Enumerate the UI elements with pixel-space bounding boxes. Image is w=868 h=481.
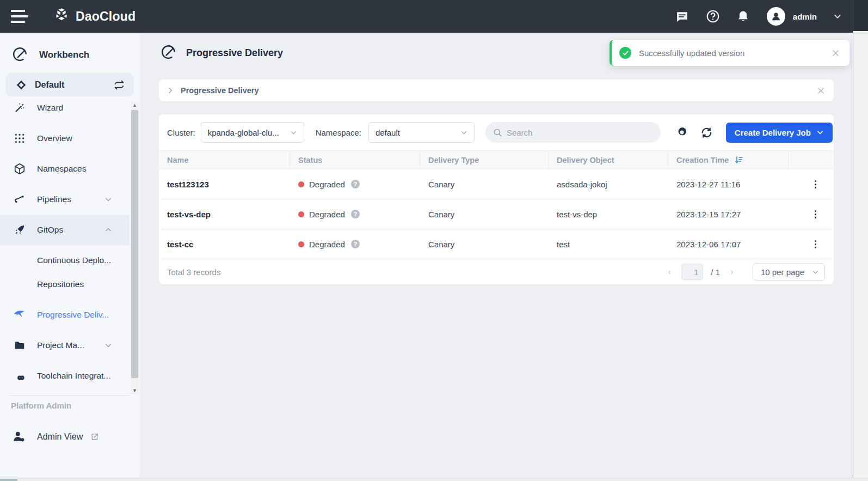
col-actions [789, 151, 834, 169]
pipelines-icon [13, 193, 26, 206]
sidebar: Workbench Default Wizard Overview [0, 33, 140, 478]
help-icon[interactable] [706, 9, 720, 23]
workspace-icon [15, 79, 27, 91]
horizontal-scrollbar-thumb[interactable] [0, 479, 17, 481]
top-navbar: DaoCloud admin [0, 0, 868, 33]
sidebar-item-continuous-deployment[interactable]: Continuous Deplo... [0, 248, 130, 272]
cube-icon [13, 162, 26, 175]
create-delivery-job-button[interactable]: Create Delivery Job [726, 123, 833, 143]
platform-admin-section-label: Platform Admin [11, 401, 71, 410]
toast-notification: Successfully updated version [610, 40, 849, 66]
row-actions-kebab-icon[interactable] [815, 180, 816, 188]
sidebar-item-progressive-delivery[interactable]: Progressive Deliv... [0, 300, 130, 330]
chevron-down-icon [290, 129, 297, 136]
app-window: DaoCloud admin Workb [0, 0, 868, 481]
status-cell: Degraded ? [290, 240, 420, 249]
table-row[interactable]: test-cc Degraded ? Canary test 2023-12-0… [159, 229, 834, 259]
scrollbar-thumb[interactable] [131, 110, 138, 378]
user-avatar[interactable] [767, 7, 785, 26]
messages-icon[interactable] [675, 9, 690, 23]
sidebar-item-project-management[interactable]: Project Ma... [0, 330, 130, 361]
switch-workspace-icon[interactable] [113, 79, 125, 91]
cluster-label: Cluster: [167, 128, 195, 137]
sort-descending-icon[interactable] [734, 155, 743, 165]
row-actions-kebab-icon[interactable] [815, 210, 816, 218]
infinity-icon [13, 369, 26, 382]
window-edge-strip [853, 0, 868, 481]
external-link-icon [90, 433, 99, 441]
refresh-icon[interactable] [700, 126, 712, 138]
chevron-down-icon [460, 129, 467, 136]
wand-icon [13, 101, 26, 114]
settings-gear-icon[interactable] [676, 126, 688, 138]
col-name: Name [159, 151, 290, 169]
chevron-up-icon [104, 226, 112, 234]
sidebar-item-admin-view[interactable]: Admin View [0, 422, 130, 452]
sidebar-item-toolchain-integration[interactable]: Toolchain Integrat... [0, 361, 130, 391]
progressive-delivery-icon [161, 45, 177, 61]
sidebar-item-overview[interactable]: Overview [0, 123, 130, 154]
status-dot-degraded [298, 211, 304, 217]
success-check-icon [619, 47, 631, 59]
sidebar-divider [10, 395, 130, 396]
grid-dots-icon [13, 132, 26, 145]
sidebar-item-gitops[interactable]: GitOps [0, 215, 130, 245]
sidebar-item-wizard[interactable]: Wizard [0, 93, 130, 123]
status-cell: Degraded ? [290, 210, 420, 219]
sidebar-item-namespaces[interactable]: Namespaces [0, 154, 130, 184]
scroll-down-icon[interactable]: ▼ [131, 387, 139, 394]
horizontal-scrollbar[interactable] [0, 478, 868, 481]
bird-icon [13, 308, 26, 321]
sidebar-item-pipelines[interactable]: Pipelines [0, 184, 130, 215]
total-records-label: Total 3 records [167, 267, 220, 277]
table-footer: Total 3 records ‹ / 1 › 10 per page [159, 259, 834, 284]
breadcrumb-label: Progressive Delivery [181, 86, 258, 95]
breadcrumb: Progressive Delivery [159, 80, 834, 101]
rocket-icon [13, 223, 26, 236]
status-dot-degraded [298, 241, 304, 247]
daocloud-logo-icon [52, 7, 71, 26]
col-creation-time: Creation Time [668, 151, 789, 169]
search-input[interactable] [507, 128, 637, 137]
username-label: admin [793, 12, 817, 21]
namespace-select[interactable]: default [368, 122, 475, 143]
chevron-down-icon [812, 269, 819, 276]
row-actions-kebab-icon[interactable] [815, 240, 816, 248]
toast-message: Successfully updated version [639, 48, 832, 58]
namespace-label: Namespace: [316, 128, 361, 137]
breadcrumb-close-icon[interactable] [817, 87, 825, 95]
table-row[interactable]: test123123 Degraded ? Canary asdsada-jok… [159, 169, 834, 199]
status-cell: Degraded ? [290, 180, 420, 189]
page-header: Progressive Delivery [161, 45, 283, 61]
menu-toggle-icon[interactable] [11, 10, 29, 23]
status-help-icon[interactable]: ? [351, 210, 360, 218]
breadcrumb-chevron-right-icon[interactable] [167, 87, 174, 94]
sidebar-scrollbar[interactable]: ▲ ▼ [131, 101, 139, 394]
admin-user-icon [12, 430, 26, 444]
col-delivery-type: Delivery Type [420, 151, 549, 169]
main-content: Progressive Delivery Progressive Deliver… [140, 33, 853, 478]
delivery-jobs-table: Name Status Delivery Type Delivery Objec… [159, 150, 834, 259]
search-box[interactable] [485, 122, 661, 143]
workbench-label: Workbench [39, 50, 89, 60]
next-page-icon[interactable]: › [728, 267, 736, 277]
toast-close-icon[interactable] [832, 49, 840, 57]
current-page-input[interactable] [681, 264, 703, 280]
scroll-up-icon[interactable]: ▲ [131, 101, 139, 109]
cluster-select[interactable]: kpanda-global-clu... [201, 122, 304, 143]
table-row[interactable]: test-vs-dep Degraded ? Canary test-vs-de… [159, 199, 834, 229]
page-count-label: / 1 [711, 267, 720, 277]
folder-icon [13, 339, 26, 352]
user-menu-chevron-down-icon[interactable] [833, 12, 842, 21]
delivery-jobs-card: Cluster: kpanda-global-clu... Namespace:… [159, 114, 834, 284]
prev-page-icon[interactable]: ‹ [665, 267, 674, 277]
navbar-actions: admin [675, 0, 842, 33]
status-help-icon[interactable]: ? [351, 240, 360, 248]
brand[interactable]: DaoCloud [52, 7, 136, 26]
page-size-select[interactable]: 10 per page [753, 263, 825, 281]
sidebar-item-repositories[interactable]: Repositories [0, 272, 130, 296]
filter-toolbar: Cluster: kpanda-global-clu... Namespace:… [159, 114, 834, 150]
status-help-icon[interactable]: ? [351, 180, 360, 188]
chevron-down-icon [104, 342, 112, 349]
notifications-bell-icon[interactable] [736, 9, 750, 23]
